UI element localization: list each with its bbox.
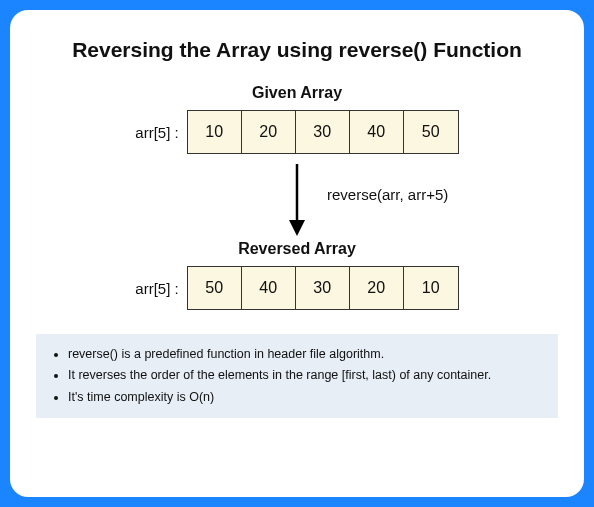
given-cell: 50 (404, 111, 458, 153)
arrow-area: reverse(arr, arr+5) (36, 160, 558, 240)
reversed-cell: 10 (404, 267, 458, 309)
arrow-label: reverse(arr, arr+5) (327, 186, 448, 203)
reversed-array-cells: 50 40 30 20 10 (187, 266, 459, 310)
reversed-array-label: Reversed Array (36, 240, 558, 258)
given-array-cells: 10 20 30 40 50 (187, 110, 459, 154)
given-cell: 40 (350, 111, 404, 153)
given-array-label: Given Array (36, 84, 558, 102)
given-array-name: arr[5] : (135, 124, 178, 141)
reversed-array-row: arr[5] : 50 40 30 20 10 (36, 266, 558, 310)
svg-marker-1 (289, 220, 305, 236)
page-title: Reversing the Array using reverse() Func… (36, 38, 558, 62)
outer-frame: Reversing the Array using reverse() Func… (0, 0, 594, 507)
reversed-array-name: arr[5] : (135, 280, 178, 297)
note-item: It's time complexity is O(n) (68, 387, 544, 408)
arrow-down-icon (282, 160, 312, 240)
reversed-cell: 30 (296, 267, 350, 309)
reversed-cell: 50 (188, 267, 242, 309)
notes-box: reverse() is a predefined function in he… (36, 334, 558, 418)
card: Reversing the Array using reverse() Func… (10, 10, 584, 497)
given-cell: 10 (188, 111, 242, 153)
given-cell: 20 (242, 111, 296, 153)
note-item: reverse() is a predefined function in he… (68, 344, 544, 365)
given-cell: 30 (296, 111, 350, 153)
note-item: It reverses the order of the elements in… (68, 365, 544, 386)
given-array-row: arr[5] : 10 20 30 40 50 (36, 110, 558, 154)
reversed-cell: 40 (242, 267, 296, 309)
reversed-cell: 20 (350, 267, 404, 309)
